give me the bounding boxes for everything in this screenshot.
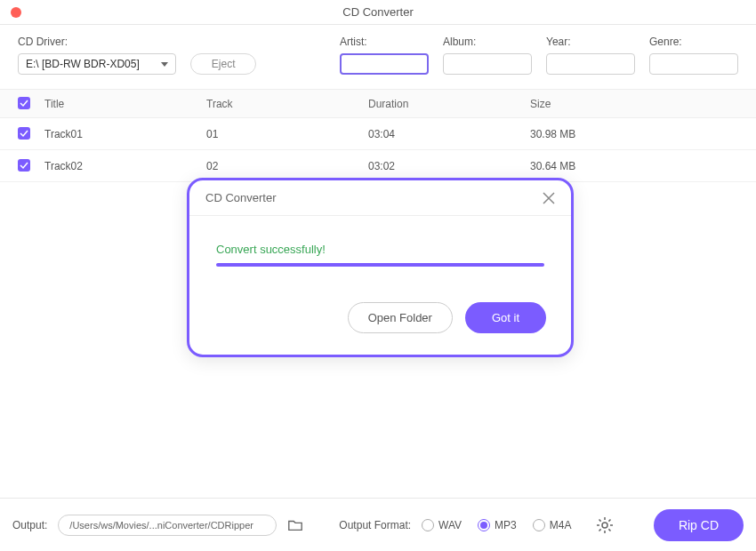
table-header: Title Track Duration Size: [0, 89, 756, 118]
close-icon[interactable]: [543, 192, 555, 204]
album-label: Album:: [443, 36, 532, 48]
format-mp3-radio[interactable]: MP3: [478, 519, 517, 531]
close-window-button[interactable]: [11, 7, 21, 18]
row-checkbox[interactable]: [18, 159, 30, 172]
artist-label: Artist:: [340, 36, 429, 48]
output-path-field[interactable]: /Users/ws/Movies/...niConverter/CDRipper: [58, 515, 277, 536]
radio-icon: [422, 519, 434, 531]
cell-duration: 03:04: [368, 128, 530, 140]
header-track: Track: [206, 98, 368, 110]
format-wav-radio[interactable]: WAV: [422, 519, 462, 531]
open-folder-button[interactable]: Open Folder: [348, 302, 453, 333]
eject-button[interactable]: Eject: [190, 53, 256, 75]
chevron-down-icon: [161, 62, 168, 67]
cell-track: 01: [206, 128, 368, 140]
cell-size: 30.64 MB: [530, 160, 738, 172]
output-label: Output:: [12, 519, 47, 531]
cell-title: Track02: [44, 160, 206, 172]
album-input[interactable]: [443, 53, 532, 75]
output-format-label: Output Format:: [339, 519, 411, 531]
cell-track: 02: [206, 160, 368, 172]
format-m4a-radio[interactable]: M4A: [533, 519, 572, 531]
cd-driver-value: E:\ [BD-RW BDR-XD05]: [26, 58, 140, 70]
cd-driver-label: CD Driver:: [18, 36, 176, 48]
table-row[interactable]: Track01 01 03:04 30.98 MB: [0, 118, 756, 150]
window-title: CD Converter: [342, 5, 413, 19]
cell-size: 30.98 MB: [530, 128, 738, 140]
year-label: Year:: [546, 36, 635, 48]
cd-driver-select[interactable]: E:\ [BD-RW BDR-XD05]: [18, 53, 176, 75]
header-duration: Duration: [368, 98, 530, 110]
cell-title: Track01: [44, 128, 206, 140]
radio-icon: [533, 519, 545, 531]
radio-icon: [478, 519, 490, 531]
select-all-checkbox[interactable]: [18, 97, 30, 109]
modal-title: CD Converter: [205, 191, 276, 204]
svg-point-0: [602, 523, 607, 528]
row-checkbox[interactable]: [18, 127, 30, 140]
got-it-button[interactable]: Got it: [465, 302, 546, 333]
header-size: Size: [530, 98, 738, 110]
settings-icon[interactable]: [596, 516, 614, 534]
folder-icon[interactable]: [287, 517, 303, 533]
header-title: Title: [44, 98, 206, 110]
progress-bar: [216, 263, 544, 267]
year-input[interactable]: [546, 53, 635, 75]
genre-input[interactable]: [649, 53, 738, 75]
cell-duration: 03:02: [368, 160, 530, 172]
rip-cd-button[interactable]: Rip CD: [654, 509, 744, 541]
success-message: Convert successfully!: [216, 243, 544, 256]
genre-label: Genre:: [649, 36, 738, 48]
artist-input[interactable]: [340, 53, 429, 75]
success-modal: CD Converter Convert successfully! Open …: [187, 178, 574, 357]
